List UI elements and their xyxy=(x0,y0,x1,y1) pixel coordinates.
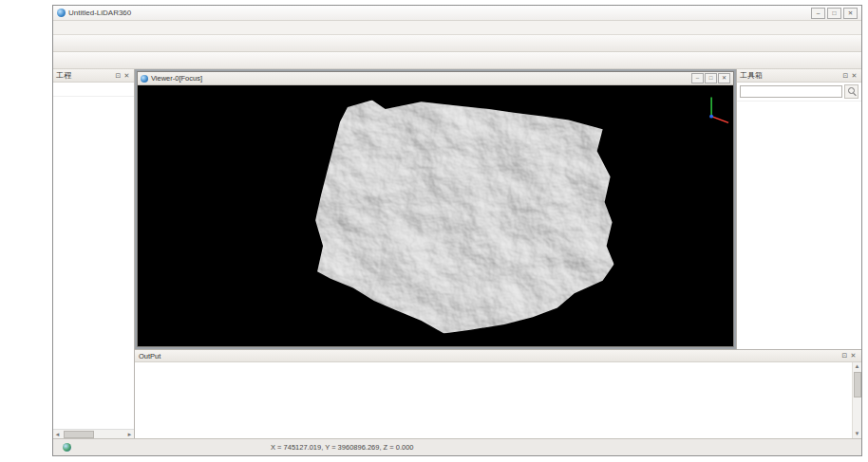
pin-icon[interactable]: ⊡ xyxy=(840,352,849,360)
top-row: Viewer-0[Focus] – □ ✕ xyxy=(135,69,861,349)
terrain-model xyxy=(298,85,629,346)
globe-icon xyxy=(63,443,71,452)
scroll-up-icon[interactable]: ▲ xyxy=(855,362,860,371)
toolbox-panel-header: 工具箱 ⊡ ✕ xyxy=(737,69,861,83)
viewer-minimize-button[interactable]: – xyxy=(691,73,704,83)
toolbox-panel-title: 工具箱 xyxy=(740,70,763,81)
menu-bar xyxy=(53,21,861,35)
right-column: Viewer-0[Focus] – □ ✕ xyxy=(135,69,861,438)
viewer-title-bar[interactable]: Viewer-0[Focus] – □ ✕ xyxy=(138,72,733,85)
viewer-close-button[interactable]: ✕ xyxy=(718,73,730,83)
vertical-scrollbar[interactable]: ▲ ▼ xyxy=(852,362,861,438)
main-area: 工程 ⊡ ✕ ◄ ► Viewer-0[Focus] xyxy=(53,69,861,438)
project-panel: 工程 ⊡ ✕ ◄ ► xyxy=(53,69,135,438)
close-icon[interactable]: ✕ xyxy=(849,352,858,360)
title-bar: Untitled-LiDAR360 – □ ✕ xyxy=(53,6,861,21)
log-list xyxy=(135,362,852,438)
search-input[interactable] xyxy=(740,85,842,98)
viewer-logo-icon xyxy=(141,75,148,83)
project-panel-title: 工程 xyxy=(56,70,71,81)
viewer-maximize-button[interactable]: □ xyxy=(705,73,717,83)
app-logo-icon xyxy=(57,9,66,17)
application-window: Untitled-LiDAR360 – □ ✕ 工程 ⊡ ✕ ◄ ► xyxy=(52,5,862,456)
search-button[interactable] xyxy=(844,84,859,99)
scroll-down-icon[interactable]: ▼ xyxy=(855,430,860,438)
mdi-area: Viewer-0[Focus] – □ ✕ xyxy=(135,69,736,349)
status-bar: X = 745127.019, Y = 3960896.269, Z = 0.0… xyxy=(53,438,861,455)
toolbar-row-1 xyxy=(53,35,861,52)
close-icon[interactable]: ✕ xyxy=(850,72,859,80)
toolbox-panel: 工具箱 ⊡ ✕ xyxy=(736,69,861,349)
output-body: ▲ ▼ xyxy=(135,362,861,438)
scrollbar-thumb[interactable] xyxy=(854,372,861,397)
scrollbar-track[interactable] xyxy=(854,371,860,430)
window-title: Untitled-LiDAR360 xyxy=(68,9,131,17)
toolbar-row-2 xyxy=(53,52,861,69)
close-icon[interactable]: ✕ xyxy=(123,72,131,80)
scrollbar-thumb[interactable] xyxy=(64,431,94,438)
toolbox-tree xyxy=(737,102,861,349)
output-panel: OutPut ⊡ ✕ ▲ ▼ xyxy=(135,349,861,438)
viewer-canvas[interactable] xyxy=(138,85,733,346)
minimize-button[interactable]: – xyxy=(811,8,825,19)
terrain-scene xyxy=(138,85,733,346)
scroll-left-icon[interactable]: ◄ xyxy=(53,432,62,437)
project-tree xyxy=(53,97,134,429)
toolbox-search-row xyxy=(737,83,861,102)
output-panel-header: OutPut ⊡ ✕ xyxy=(135,350,861,362)
close-button[interactable]: ✕ xyxy=(843,8,858,19)
maximize-button[interactable]: □ xyxy=(827,8,841,19)
horizontal-scrollbar[interactable]: ◄ ► xyxy=(53,429,134,438)
coordinates-readout: X = 745127.019, Y = 3960896.269, Z = 0.0… xyxy=(271,443,413,452)
pin-icon[interactable]: ⊡ xyxy=(841,72,850,80)
project-panel-header: 工程 ⊡ ✕ xyxy=(53,69,134,83)
scroll-right-icon[interactable]: ► xyxy=(125,432,134,437)
pin-icon[interactable]: ⊡ xyxy=(114,72,123,80)
search-icon xyxy=(848,87,855,94)
viewer-title: Viewer-0[Focus] xyxy=(151,74,202,83)
viewer-window: Viewer-0[Focus] – □ ✕ xyxy=(137,71,734,347)
project-panel-toolbar xyxy=(53,83,134,97)
scrollbar-track[interactable] xyxy=(62,431,125,437)
output-panel-title: OutPut xyxy=(139,352,160,360)
axis-gizmo-icon xyxy=(709,98,728,123)
